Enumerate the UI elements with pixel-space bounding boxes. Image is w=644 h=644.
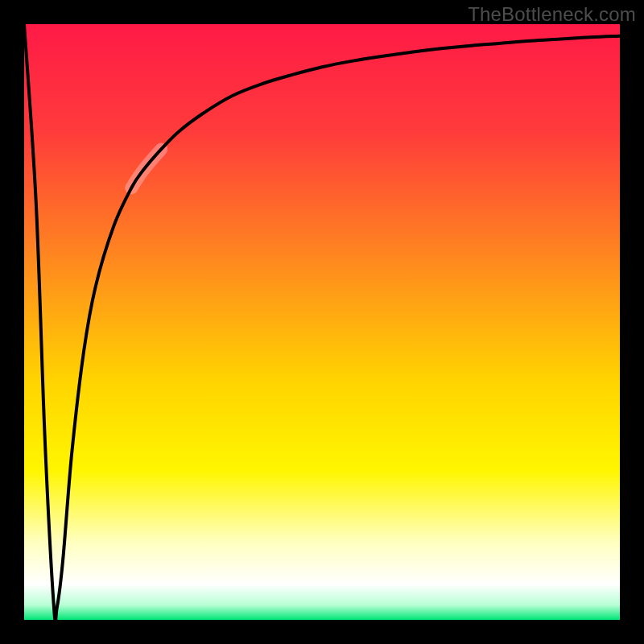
chart-frame: TheBottleneck.com — [0, 0, 644, 644]
gradient-background — [24, 24, 620, 620]
bottleneck-chart — [24, 24, 620, 620]
plot-area — [24, 24, 620, 620]
watermark-text: TheBottleneck.com — [468, 3, 636, 26]
